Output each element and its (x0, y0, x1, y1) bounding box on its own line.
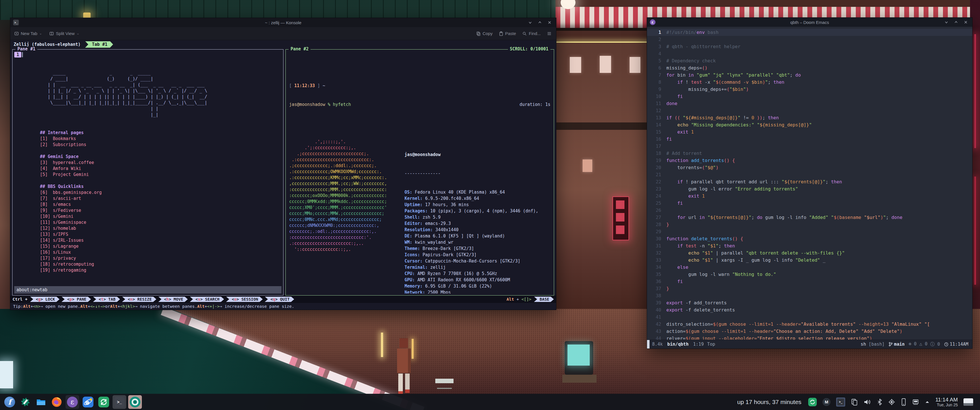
mode-ribbon-session[interactable]: <o> SESSION (226, 297, 262, 302)
code-line: 14 echo "Missing dependencies:" "${missi… (647, 121, 972, 129)
gemini-link[interactable]: [17] s/privacy (14, 256, 282, 261)
settings-gear-tray-icon[interactable] (888, 398, 896, 406)
split-view-button[interactable]: Split View⌄ (49, 31, 79, 36)
code-line: 28} (647, 221, 972, 228)
emacs-task-button[interactable]: ε (65, 395, 79, 409)
wallpaper-beam (555, 122, 649, 130)
modeline-clock: 11:14AM (944, 342, 968, 347)
buffer-size: 8.4k (652, 342, 663, 347)
gemini-link[interactable]: [4] Amfora Wiki (14, 166, 282, 172)
cursor-position: 1:19 (693, 342, 704, 347)
emacs-titlebar[interactable]: ε qbth – Doom Emacs (647, 17, 972, 27)
gemini-link[interactable]: [14] s/IRL-Issues (14, 237, 282, 243)
ascii-logo-line: .:cccccccccccccccccccccc:;,.. (289, 241, 404, 246)
code-line: 34 else (647, 264, 972, 271)
minimize-button[interactable] (943, 19, 950, 25)
file-manager-button[interactable] (34, 395, 48, 409)
bluetooth-tray-icon[interactable] (877, 398, 882, 406)
ascii-logo-line: ccccc;XM0';cccc;MMM.;cccccccccccccccc' (289, 205, 404, 211)
zellij-tip-bar: Tip: Alt + <n> ⇒ open new pane. Alt + <←… (10, 303, 556, 310)
wallpaper-red-neon (974, 176, 976, 285)
emacs-buffer[interactable]: 1#!/usr/bin/env bash2 3# qbth - qbittorr… (647, 27, 972, 340)
text-cursor (22, 52, 23, 57)
close-button[interactable] (962, 19, 969, 25)
zellij-pane-1[interactable]: Pane #1 1 _____ _ _ _____ / ____| (_) (_… (12, 49, 283, 296)
orbit-app-button[interactable] (81, 395, 95, 409)
syncthing-tray-icon[interactable] (808, 398, 817, 406)
tray-expander-arrow[interactable] (925, 400, 929, 404)
copy-button[interactable]: Copy (476, 31, 493, 36)
gemini-link[interactable]: [6] bbs.geminispace.org (14, 190, 282, 195)
maximize-button[interactable] (536, 19, 544, 25)
konsole-titlebar[interactable]: >_ ~ : zellij — Konsole (10, 18, 556, 27)
url-bar[interactable]: about:newtab (14, 286, 282, 294)
digital-clock[interactable]: 11:14 AM Tue, Jun 25 (935, 397, 958, 407)
gemini-link[interactable]: [7] s/ascii-art (14, 195, 282, 202)
taskbar: f ε (0, 394, 980, 410)
zellij-tab-1[interactable]: Tab #1 (85, 41, 113, 48)
mode-ribbon-quit[interactable]: <q> QUIT (265, 297, 294, 302)
gemini-link[interactable]: [2] Subscriptions (14, 142, 282, 148)
copy-icon (476, 31, 480, 36)
gemini-link[interactable]: [10] s/Gemini (14, 213, 282, 219)
gemini-link[interactable]: [5] Project Gemini (14, 172, 282, 178)
syncthing-app-button[interactable] (97, 395, 111, 409)
show-desktop-widget[interactable] (964, 398, 973, 406)
code-line: 27 for url in "${torrents[@]}"; do gum l… (647, 214, 972, 221)
close-button[interactable] (546, 19, 553, 25)
paste-button[interactable]: Paste (499, 31, 516, 36)
mode-ribbon-lock[interactable]: <g> LOCK (30, 297, 59, 302)
new-tab-button[interactable]: New Tab⌄ (14, 31, 42, 36)
mode-ribbon-move[interactable]: <h> MOVE (158, 297, 188, 302)
menu-button[interactable] (547, 32, 552, 36)
gemini-link[interactable]: [3] hyperreal.coffee (14, 160, 282, 166)
mode-ribbon-search[interactable]: <s> SEARCH (190, 297, 224, 302)
spectacle-task-button[interactable] (128, 395, 142, 409)
system-info-row: OS: Fedora Linux 40 (KDE Plasma) x86_64 (404, 189, 538, 195)
kdeconnect-phone-tray-icon[interactable] (901, 398, 906, 406)
firefox-button[interactable] (50, 395, 64, 409)
konsole-tray-icon[interactable]: >_ (836, 397, 845, 407)
gemini-link[interactable]: [13] s/IPFS (14, 232, 282, 237)
system-info-row: Kernel: 6.9.5-200.fc40.x86_64 (404, 195, 538, 202)
volume-tray-icon[interactable] (864, 398, 872, 406)
mode-ribbon-resize[interactable]: <n> RESIZE (122, 297, 156, 302)
maximize-button[interactable] (952, 19, 960, 25)
gemini-link[interactable]: [1] Bookmarks (14, 136, 282, 142)
code-line: 29 (647, 228, 972, 235)
gemini-link[interactable]: [19] s/retrogaming (14, 267, 282, 273)
gemini-link[interactable]: [11] s/Geminispace (14, 219, 282, 226)
code-line: 7for bin in "gum" "jq" "lynx" "parallel"… (647, 72, 972, 79)
clipboard-tray-icon[interactable] (851, 398, 858, 406)
gemini-link[interactable]: [16] s/Linux (14, 249, 282, 256)
emacs-window[interactable]: ε qbth – Doom Emacs 1#!/usr/bin/env bash… (647, 17, 973, 349)
zellij-pane-2[interactable]: Pane #2 SCROLL: 0/10001 [ 11:12:33 ] ~ j… (285, 49, 554, 296)
konsole-task-button[interactable]: >_ (113, 395, 126, 409)
gemini-link[interactable]: [18] s/retrocomputing (14, 261, 282, 267)
find-button[interactable]: Find... (522, 31, 541, 36)
mode-ribbon-pane[interactable]: <p> PANE (62, 297, 91, 302)
gemini-text-line (14, 58, 282, 64)
clock-time: 11:14 AM (935, 397, 958, 403)
minimize-button[interactable] (527, 19, 534, 25)
zellij-session: Zellij (fabulous-elephant) Tab #1 Pane #… (10, 40, 556, 310)
code-line: 16fi (647, 135, 972, 143)
network-ethernet-tray-icon[interactable] (912, 398, 919, 406)
gemini-link[interactable]: [9] s/Fediverse (14, 208, 282, 213)
gemini-text-line (14, 118, 282, 124)
konsole-toolbar: New Tab⌄ Split View⌄ Copy Paste (10, 27, 556, 40)
code-line: 26 (647, 207, 972, 214)
mode-ribbon-tab[interactable]: <t> TAB (93, 297, 120, 302)
system-settings-button[interactable] (19, 395, 32, 409)
ascii-logo-line: ,cccccccccccccc;MMM.;cc;;WW:;cccccccc, (289, 181, 404, 187)
gemini-link[interactable]: [15] s/Lagrange (14, 243, 282, 249)
gemini-text-line (14, 178, 282, 184)
system-tray: up 17 hours, 37 minutes M >_ (737, 397, 977, 407)
gemini-link[interactable]: [8] s/emacs (14, 202, 282, 208)
terminal-line (289, 64, 550, 70)
konsole-window[interactable]: >_ ~ : zellij — Konsole New Tab⌄ Split V… (10, 17, 556, 310)
gemini-link[interactable]: [12] s/homelab (14, 226, 282, 232)
mullvad-tray-icon[interactable]: M (822, 398, 830, 406)
app-launcher-button[interactable]: f (3, 395, 16, 409)
wallpaper-window-light (600, 56, 611, 73)
